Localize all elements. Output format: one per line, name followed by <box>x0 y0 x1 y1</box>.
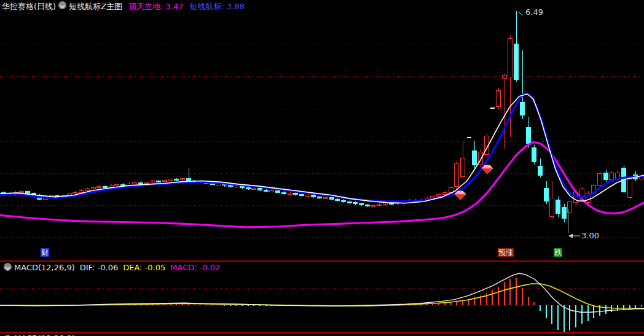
down-candle <box>390 203 394 205</box>
up-candle <box>234 186 238 187</box>
down-candle <box>473 150 477 165</box>
stock-title: 华控赛格(日线) <box>2 2 56 11</box>
indicator-value-1: 顶天立地: 3.47 <box>128 2 183 11</box>
bottom-panel-divider[interactable] <box>0 332 644 333</box>
up-candle <box>306 195 310 197</box>
down-candle <box>359 204 364 205</box>
diamond-signal-icon <box>482 168 493 174</box>
up-candle <box>109 186 114 187</box>
down-candle <box>562 207 567 219</box>
macd-indicator-name: MACD(12,26,9) <box>14 263 75 272</box>
down-candle <box>604 173 608 179</box>
up-candle <box>568 202 572 213</box>
down-candle <box>121 184 125 186</box>
up-candle <box>508 39 512 77</box>
macd-header: MACD(12,26,9)DIF: -0.06DEA: -0.05MACD: -… <box>1 263 220 273</box>
down-candle <box>318 197 322 198</box>
low-price-label: 3.00 <box>581 232 599 240</box>
up-candle <box>288 193 293 194</box>
up-candle <box>115 184 119 186</box>
down-candle <box>532 148 536 162</box>
up-candle <box>628 179 632 198</box>
up-candle <box>270 190 274 192</box>
up-candle <box>371 206 375 207</box>
down-candle <box>157 181 161 182</box>
flat-candle <box>467 137 471 138</box>
down-candle <box>330 198 334 200</box>
diamond-signal-icon <box>455 194 466 200</box>
up-candle <box>133 182 137 184</box>
up-candle <box>455 164 459 187</box>
up-candle <box>503 75 507 79</box>
up-candle <box>127 184 132 185</box>
down-candle <box>514 44 519 80</box>
up-candle <box>461 158 465 176</box>
down-candle <box>282 192 286 193</box>
down-candle <box>229 186 233 187</box>
down-candle <box>276 190 280 192</box>
up-candle <box>79 190 84 192</box>
down-candle <box>544 189 549 201</box>
clipped-header-text: MACD(12,26,9) <box>14 334 75 336</box>
up-candle <box>324 198 328 199</box>
down-candle <box>312 195 316 197</box>
up-candle <box>377 205 382 206</box>
up-candle <box>97 187 101 188</box>
down-candle <box>300 195 304 196</box>
up-candle <box>20 191 24 192</box>
down-candle <box>348 201 352 203</box>
down-candle <box>294 193 298 195</box>
down-candle <box>103 187 108 188</box>
indicator-title: 短线航标Z主图 <box>69 2 122 11</box>
down-candle <box>520 103 525 115</box>
chevron-down-circle-icon[interactable] <box>58 1 66 9</box>
up-candle <box>449 188 454 192</box>
up-candle <box>497 90 501 106</box>
signal-tag-die: 跌 <box>554 248 562 257</box>
magenta-slow-ma <box>0 142 644 227</box>
up-candle <box>437 195 441 197</box>
down-candle <box>264 190 269 191</box>
down-candle <box>26 191 30 193</box>
stock-chart-app: 华控赛格(日线)短线航标Z主图顶天立地: 3.47短线航标: 3.88 财 预涨… <box>0 0 644 336</box>
down-candle <box>175 179 179 181</box>
up-candle <box>610 173 614 179</box>
down-candle <box>366 205 370 206</box>
up-candle <box>85 189 90 191</box>
down-candle <box>538 166 543 175</box>
next-panel-clipped-header: MACD(12,26,9) <box>1 334 75 336</box>
up-candle <box>598 173 602 186</box>
down-candle <box>246 188 251 189</box>
up-candle <box>73 192 77 194</box>
up-candle <box>550 198 554 216</box>
up-candle <box>181 179 185 180</box>
down-candle <box>556 200 560 213</box>
down-candle <box>527 128 531 143</box>
down-candle <box>258 189 262 190</box>
signal-tag-yuzhang: 预涨 <box>498 248 514 257</box>
candlestick-and-macd-chart[interactable] <box>0 0 644 336</box>
main-chart-header: 华控赛格(日线)短线航标Z主图顶天立地: 3.47短线航标: 3.88 <box>0 1 644 12</box>
down-candle <box>139 182 143 184</box>
down-candle <box>353 203 358 204</box>
up-candle <box>169 179 173 181</box>
up-candle <box>163 181 167 182</box>
down-candle <box>342 200 346 201</box>
signal-tag-cai: 财 <box>41 248 49 257</box>
up-candle <box>92 188 96 189</box>
chevron-down-circle-icon-macd[interactable] <box>4 263 12 271</box>
high-price-label: 6.49 <box>525 8 543 16</box>
up-candle <box>252 189 256 190</box>
up-candle <box>145 182 149 183</box>
up-candle <box>383 203 388 205</box>
dif-line <box>0 273 644 312</box>
macd-value: MACD: -0.02 <box>170 263 220 272</box>
up-candle <box>151 181 155 182</box>
down-candle <box>187 179 191 181</box>
indicator-value-2: 短线航标: 3.88 <box>190 2 245 11</box>
blue-mid-ma <box>0 93 644 201</box>
flat-candle <box>490 107 495 109</box>
panel-divider[interactable] <box>0 260 644 262</box>
dea-value: DEA: -0.05 <box>123 263 165 272</box>
high-callout-tick <box>518 12 523 15</box>
